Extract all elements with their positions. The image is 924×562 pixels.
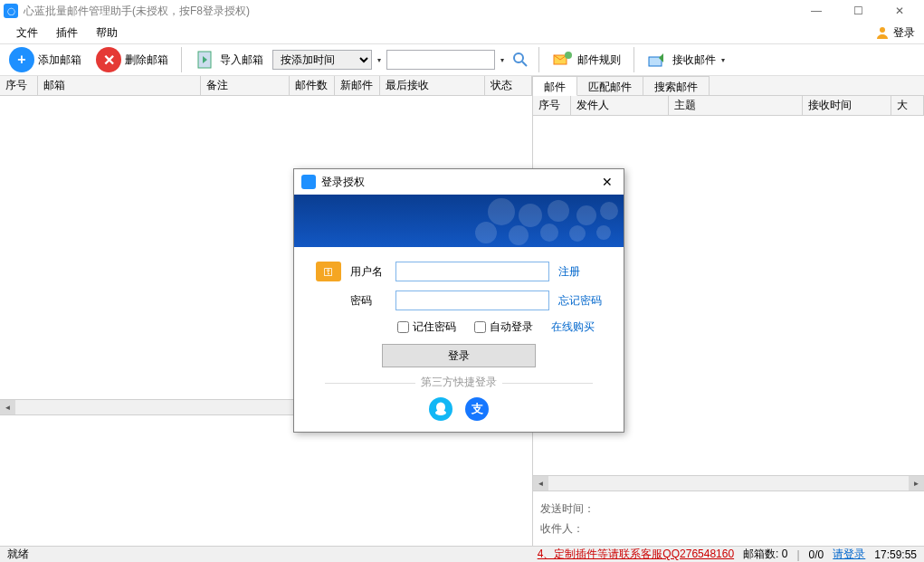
svg-line-3 (522, 62, 527, 66)
modal-banner (294, 195, 624, 247)
col-mailbox[interactable]: 邮箱 (38, 76, 201, 95)
detail-sendtime: 发送时间： (540, 499, 917, 519)
user-icon (875, 25, 890, 40)
qq-login-icon[interactable] (429, 397, 452, 421)
app-icon (4, 4, 18, 18)
modal-titlebar: 登录授权 ✕ (294, 169, 624, 195)
mcol-size[interactable]: 大 (891, 96, 924, 115)
modal-title-text: 登录授权 (321, 175, 598, 190)
modal-close-button[interactable]: ✕ (598, 175, 616, 189)
col-newmail[interactable]: 新邮件 (335, 76, 380, 95)
svg-point-2 (514, 53, 523, 62)
search-button[interactable] (510, 49, 531, 71)
delete-mailbox-label: 删除邮箱 (125, 52, 168, 68)
scroll-left-icon[interactable]: ◄ (0, 400, 15, 415)
maximize-button[interactable]: ☐ (837, 0, 879, 22)
toolbar-separator (181, 47, 182, 72)
mail-rules-label: 邮件规则 (577, 52, 621, 68)
titlebar: 心蓝批量邮件管理助手(未授权，按F8登录授权) — ☐ ✕ (0, 0, 924, 22)
mailbox-table-header: 序号 邮箱 备注 邮件数 新邮件 最后接收 状态 (0, 76, 532, 96)
right-hscroll[interactable]: ◄ ► (533, 475, 924, 491)
import-icon (195, 49, 216, 71)
col-seq[interactable]: 序号 (0, 76, 38, 95)
password-input[interactable] (395, 291, 549, 310)
third-party-label: 第三方快捷登录 (316, 375, 602, 390)
register-link[interactable]: 注册 (558, 264, 580, 280)
detail-recipient: 收件人： (540, 519, 917, 538)
status-ratio: 0/0 (809, 548, 824, 561)
buy-link[interactable]: 在线购买 (551, 319, 595, 335)
login-link[interactable]: 登录 (875, 25, 915, 41)
receive-dropdown-icon[interactable]: ▾ (719, 56, 727, 64)
sort-select[interactable]: 按添加时间 (272, 50, 372, 70)
status-sep: | (796, 548, 799, 561)
toolbar: + 添加邮箱 ✕ 删除邮箱 导入邮箱 按添加时间 ▾ ▾ 邮件规则 接收邮件 ▾ (0, 43, 924, 76)
login-link-label: 登录 (893, 25, 915, 41)
tab-search[interactable]: 搜索邮件 (643, 76, 710, 95)
window-controls: — ☐ ✕ (795, 0, 920, 22)
statusbar: 就绪 4、定制插件等请联系客服QQ276548160 邮箱数: 0 | 0/0 … (0, 546, 924, 562)
login-modal: 登录授权 ✕ ⚿ 用户名 注册 密码 忘记密码 记住密码 (293, 168, 624, 433)
scroll-right-icon[interactable]: ► (909, 476, 924, 491)
tab-mail[interactable]: 邮件 (533, 76, 577, 96)
modal-app-icon (301, 175, 316, 189)
col-mailcount[interactable]: 邮件数 (290, 76, 335, 95)
search-dropdown-icon[interactable]: ▾ (499, 56, 506, 64)
search-input[interactable] (386, 50, 495, 70)
plus-icon: + (9, 47, 34, 72)
remember-checkbox[interactable]: 记住密码 (397, 319, 456, 335)
tab-match[interactable]: 匹配邮件 (577, 76, 643, 95)
menu-help[interactable]: 帮助 (87, 23, 127, 43)
mail-table-header: 序号 发件人 主题 接收时间 大 (533, 96, 924, 116)
menubar: 文件 插件 帮助 登录 (0, 22, 924, 43)
toolbar-separator (538, 47, 539, 72)
mcol-subject[interactable]: 主题 (669, 96, 803, 115)
third-party-icons: 支 (316, 397, 602, 421)
mail-rules-button[interactable]: 邮件规则 (547, 47, 626, 72)
rules-icon (552, 49, 574, 71)
receive-mail-button[interactable]: 接收邮件 ▾ (642, 47, 732, 72)
import-mailbox-button[interactable]: 导入邮箱 (189, 47, 269, 72)
toolbar-separator (633, 47, 634, 72)
scroll-track[interactable] (548, 476, 909, 491)
scroll-left-icon[interactable]: ◄ (533, 476, 548, 491)
col-status[interactable]: 状态 (485, 76, 532, 95)
mcol-sender[interactable]: 发件人 (571, 96, 669, 115)
close-button[interactable]: ✕ (879, 0, 920, 22)
col-remark[interactable]: 备注 (201, 76, 290, 95)
status-mailbox-count: 邮箱数: 0 (743, 547, 787, 562)
status-login-link[interactable]: 请登录 (833, 547, 865, 562)
sort-dropdown-icon[interactable]: ▾ (376, 56, 383, 64)
menu-plugin[interactable]: 插件 (47, 23, 87, 43)
alipay-login-icon[interactable]: 支 (465, 397, 489, 421)
x-icon: ✕ (96, 47, 121, 72)
svg-point-0 (880, 27, 885, 33)
status-time: 17:59:55 (874, 548, 917, 561)
menu-file[interactable]: 文件 (7, 23, 47, 43)
window-title: 心蓝批量邮件管理助手(未授权，按F8登录授权) (24, 4, 795, 19)
minimize-button[interactable]: — (795, 0, 837, 22)
mcol-seq[interactable]: 序号 (533, 96, 571, 115)
key-icon: ⚿ (316, 262, 341, 281)
status-ready: 就绪 (7, 547, 529, 562)
mcol-recvtime[interactable]: 接收时间 (803, 96, 891, 115)
delete-mailbox-button[interactable]: ✕ 删除邮箱 (90, 45, 174, 74)
left-lower-panel (0, 414, 532, 546)
receive-mail-label: 接收邮件 (672, 52, 716, 68)
username-label: 用户名 (350, 264, 386, 280)
svg-point-8 (435, 410, 446, 415)
status-promo-link[interactable]: 4、定制插件等请联系客服QQ276548160 (538, 547, 734, 562)
forgot-link[interactable]: 忘记密码 (558, 293, 602, 309)
add-mailbox-button[interactable]: + 添加邮箱 (4, 45, 87, 74)
mail-detail-panel: 发送时间： 收件人： (533, 491, 924, 546)
username-input[interactable] (395, 262, 549, 281)
modal-body: ⚿ 用户名 注册 密码 忘记密码 记住密码 自动登录 在线购买 登录 第三方快捷… (294, 247, 624, 432)
mail-tabs: 邮件 匹配邮件 搜索邮件 (533, 76, 924, 96)
login-button[interactable]: 登录 (382, 344, 536, 367)
col-lastrecv[interactable]: 最后接收 (380, 76, 485, 95)
import-mailbox-label: 导入邮箱 (220, 52, 263, 68)
password-label: 密码 (350, 293, 386, 309)
svg-point-5 (565, 52, 572, 59)
receive-icon (647, 49, 669, 71)
autologin-checkbox[interactable]: 自动登录 (474, 319, 533, 335)
